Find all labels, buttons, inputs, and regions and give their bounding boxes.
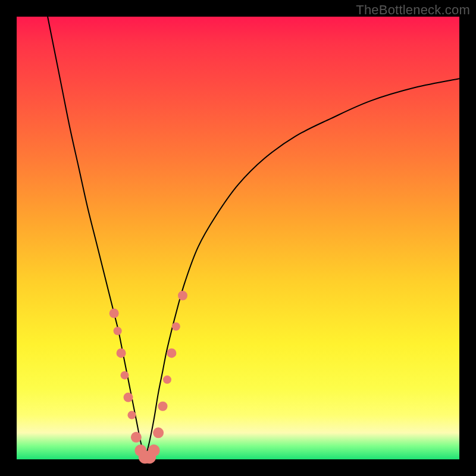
data-marker xyxy=(131,432,142,443)
data-marker xyxy=(178,291,187,300)
chart-svg xyxy=(17,17,459,459)
data-marker xyxy=(148,444,160,456)
data-marker xyxy=(172,322,180,331)
curve-left-branch xyxy=(48,17,145,459)
data-marker xyxy=(117,348,126,358)
data-marker xyxy=(153,427,164,438)
data-marker xyxy=(114,327,122,335)
watermark-text: TheBottleneck.com xyxy=(356,2,470,18)
chart-frame: TheBottleneck.com xyxy=(0,0,476,476)
data-marker xyxy=(167,348,176,358)
data-marker xyxy=(163,375,171,384)
data-marker xyxy=(109,308,119,318)
data-marker xyxy=(121,371,129,380)
plot-area xyxy=(17,17,459,459)
curve-right-branch xyxy=(145,79,459,459)
data-marker xyxy=(123,393,133,402)
data-marker xyxy=(127,411,136,419)
data-marker xyxy=(158,402,168,411)
